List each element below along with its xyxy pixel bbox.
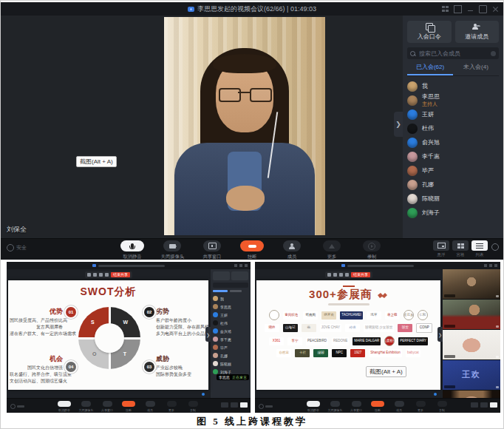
- view-button[interactable]: [231, 402, 238, 408]
- participant-video-tile[interactable]: [443, 300, 500, 329]
- avatar: [213, 369, 218, 374]
- view-switcher: [471, 402, 497, 408]
- toolbar-button[interactable]: 取消静音: [304, 401, 322, 412]
- member-row[interactable]: 俞兴旭: [407, 135, 499, 149]
- exhibitor-logo: REDONE: [332, 337, 349, 345]
- view-button[interactable]: [480, 402, 488, 408]
- toolbar-button[interactable]: 共享窗口: [195, 240, 229, 260]
- window-controls[interactable]: [484, 264, 497, 267]
- swot-donut-diagram: S W O T: [78, 307, 140, 369]
- participant-video-tile[interactable]: 王欢: [443, 360, 500, 390]
- maximize-icon[interactable]: [479, 5, 487, 13]
- member-row[interactable]: 我: [407, 79, 499, 93]
- toolbar-button[interactable]: 更多: [412, 401, 429, 412]
- exhibitor-logo: [269, 310, 279, 320]
- view-button[interactable]: 宫格: [452, 240, 469, 258]
- toolbar-button[interactable]: 成员: [275, 240, 309, 260]
- member-row[interactable]: 杜伟: [407, 121, 499, 135]
- people-icon: [472, 24, 481, 30]
- avatar: [407, 124, 418, 134]
- settings-icon[interactable]: [491, 243, 499, 251]
- search-input[interactable]: [418, 50, 488, 58]
- toolbar-button[interactable]: 共享窗口: [347, 401, 365, 412]
- toolbar-button[interactable]: 录制: [184, 401, 202, 412]
- member-row[interactable]: 李千惠: [407, 149, 499, 163]
- meeting-code-button[interactable]: [213, 271, 230, 280]
- toolbar-button[interactable]: 更多: [163, 401, 180, 412]
- security-indicator: [259, 404, 273, 409]
- view-button[interactable]: [471, 402, 478, 408]
- toolbar-button[interactable]: 关闭摄像头: [155, 240, 189, 260]
- member-row[interactable]: 陈晓丽: [213, 359, 248, 368]
- stop-share-button[interactable]: 结束共享: [351, 272, 370, 277]
- toolbar-button[interactable]: 更多: [315, 240, 349, 260]
- fullscreen-icon[interactable]: [454, 5, 462, 13]
- invite-button[interactable]: 邀请成员: [455, 21, 500, 43]
- clear-search-icon[interactable]: [491, 51, 496, 56]
- member-row[interactable]: 刘海子: [407, 206, 499, 220]
- badge-03: 03: [143, 360, 156, 374]
- member-row[interactable]: 王妍: [213, 311, 248, 319]
- collapse-sidebar-chevron[interactable]: ❯: [394, 112, 403, 137]
- toolbar-button[interactable]: 关闭摄像头: [326, 401, 344, 412]
- view-button[interactable]: 列表: [471, 240, 488, 258]
- meeting-toolbar: 安全 取消静音 关闭摄像头 共享窗口 挂断: [1, 238, 503, 260]
- minimize-icon[interactable]: [467, 6, 474, 13]
- camera-status-icon: [496, 295, 499, 297]
- member-row[interactable]: 孔娜: [213, 351, 248, 359]
- exhibitors-slide: 300+参展商 童间织造司南阁绣罗衣TAOHUAMEI浅草唐之镜茶花笺仁和潮绣山…: [256, 280, 440, 390]
- participant-video-tile[interactable]: [443, 269, 500, 299]
- toolbar-button[interactable]: 关闭摄像头: [77, 401, 95, 412]
- toolbar-button-icon: [368, 243, 375, 250]
- member-row[interactable]: 王妍: [407, 107, 499, 121]
- toolbar-button[interactable]: 共享窗口: [98, 401, 116, 412]
- toolbar-button[interactable]: 取消静音: [55, 401, 73, 412]
- security-indicator[interactable]: 安全: [7, 244, 27, 251]
- toolbar-button[interactable]: 挂断: [369, 401, 386, 412]
- view-button[interactable]: 悬浮: [433, 240, 449, 258]
- decor-line: [343, 286, 355, 287]
- member-tabs[interactable]: [213, 290, 248, 292]
- stop-share-button[interactable]: 结束共享: [111, 272, 130, 277]
- view-button[interactable]: [221, 402, 228, 408]
- member-row[interactable]: 杜伟: [213, 319, 248, 327]
- collapse-sidebar-chevron[interactable]: ❯: [205, 327, 211, 342]
- member-search[interactable]: [407, 47, 499, 59]
- member-row[interactable]: 李思思: [213, 303, 248, 311]
- participant-video-tile[interactable]: [443, 330, 500, 359]
- window-controls[interactable]: [234, 264, 248, 267]
- badge-01: 01: [64, 305, 78, 319]
- view-button[interactable]: [490, 402, 497, 408]
- member-row[interactable]: 李千惠: [213, 335, 248, 343]
- member-row[interactable]: 孔娜: [407, 178, 499, 192]
- member-row[interactable]: 俞兴旭: [213, 327, 248, 335]
- toolbar-button[interactable]: 挂断: [120, 401, 137, 412]
- toolbar-button[interactable]: 成员: [141, 401, 159, 412]
- member-search[interactable]: [213, 283, 248, 288]
- member-row[interactable]: 李思思 主持人: [407, 93, 499, 107]
- avatar: [213, 361, 218, 366]
- invite-button[interactable]: [231, 271, 248, 280]
- toolbar-button[interactable]: 成员: [390, 401, 408, 412]
- collapse-strip-chevron[interactable]: ❯: [437, 327, 443, 342]
- tab-joined[interactable]: 已入会(62): [407, 63, 453, 75]
- close-icon[interactable]: [492, 6, 499, 13]
- member-row[interactable]: 陈晓丽: [407, 192, 499, 206]
- toolbar-button[interactable]: 录制: [355, 240, 389, 260]
- toolbar-button[interactable]: 取消静音: [115, 240, 149, 260]
- strengths-block: 优势 国民接受度高、产品性价比高复古风潮席卷潜在客户群大、有一定的市场需求: [10, 308, 63, 337]
- member-row[interactable]: 毕严: [213, 343, 248, 351]
- toolbar-button[interactable]: 挂断: [235, 240, 269, 260]
- member-row[interactable]: 我: [213, 294, 248, 303]
- view-button[interactable]: [240, 402, 248, 408]
- toolbar-button[interactable]: 录制: [433, 401, 451, 412]
- meeting-code-button[interactable]: 入会口令: [407, 21, 452, 43]
- member-row[interactable]: 毕严: [407, 163, 499, 178]
- tab-not-joined[interactable]: 未入会(4): [453, 63, 499, 75]
- layout-icon[interactable]: [442, 6, 449, 13]
- exhibitor-logo: 自然堂: [276, 349, 291, 357]
- meeting-title: 李思思发起的视频会议(62/66) | 01:49:03: [197, 4, 316, 14]
- avatar: [407, 138, 418, 148]
- participant-name-chip: [444, 294, 455, 297]
- screenshot-tooltip: 截图(Alt + A): [366, 366, 406, 377]
